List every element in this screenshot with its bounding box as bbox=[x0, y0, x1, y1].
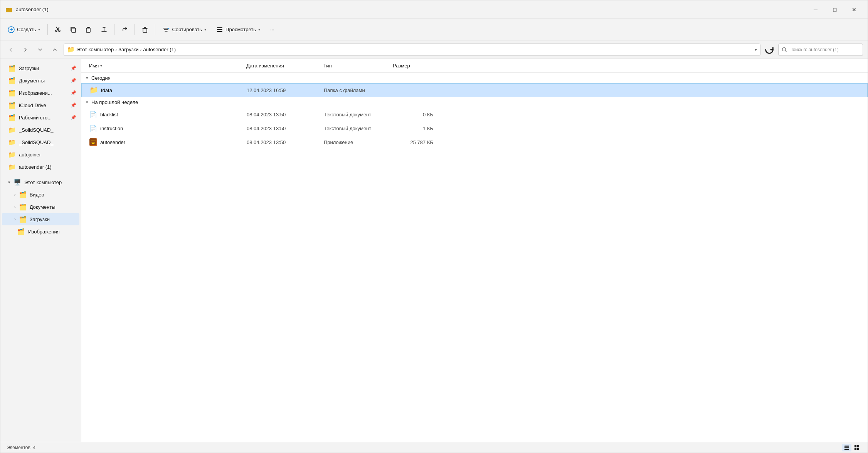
file-date-cell: 08.04.2023 13:50 bbox=[244, 112, 321, 117]
cut-button[interactable] bbox=[51, 23, 65, 37]
file-name: autosender bbox=[100, 139, 125, 145]
folder-icon: 🗂️ bbox=[8, 89, 16, 97]
table-row[interactable]: 📁 tdata 12.04.2023 16:59 Папка с файлами bbox=[81, 83, 868, 97]
copy-icon bbox=[70, 26, 77, 33]
more-label: ··· bbox=[270, 27, 274, 32]
sidebar-item-label: iCloud Drive bbox=[19, 102, 67, 108]
close-button[interactable]: ✕ bbox=[845, 3, 863, 16]
address-bar: 📁 Этот компьютер › Загрузки › autosender… bbox=[0, 40, 868, 59]
sidebar-item-desktop[interactable]: 🗂️ Рабочий сто... 📌 bbox=[2, 111, 79, 124]
path-chevron-icon: ▾ bbox=[755, 47, 757, 52]
pin-icon: 📌 bbox=[71, 65, 76, 71]
back-button[interactable] bbox=[5, 44, 17, 55]
refresh-button[interactable] bbox=[764, 44, 775, 55]
create-icon bbox=[8, 26, 15, 33]
minimize-button[interactable]: ─ bbox=[807, 3, 824, 16]
sidebar-item-images[interactable]: 🗂️ Изображени... 📌 bbox=[2, 87, 79, 99]
address-path[interactable]: 📁 Этот компьютер › Загрузки › autosender… bbox=[64, 44, 760, 56]
share-button[interactable] bbox=[118, 23, 131, 37]
col-sort-icon: ▾ bbox=[100, 64, 102, 68]
folder-yellow-icon: 📁 bbox=[89, 86, 98, 94]
path-separator-2: › bbox=[140, 47, 142, 52]
rename-button[interactable] bbox=[97, 23, 111, 37]
sidebar-item-thispc[interactable]: ▾ 🖥️ Этот компьютер bbox=[2, 176, 79, 188]
file-name-cell: autosender bbox=[82, 138, 244, 146]
sort-button[interactable]: Сортировать ▾ bbox=[158, 23, 210, 36]
path-part-3: autosender (1) bbox=[143, 47, 176, 52]
table-row[interactable]: 📄 instruction 08.04.2023 13:50 Текстовый… bbox=[81, 121, 868, 135]
group-lastweek[interactable]: ▾ На прошлой неделе bbox=[81, 97, 868, 107]
toolbar-divider-1 bbox=[47, 24, 48, 35]
folder-blue-icon: 🗂️ bbox=[19, 203, 27, 211]
rename-icon bbox=[101, 26, 108, 33]
folder-blue-icon: 🗂️ bbox=[19, 191, 27, 198]
group-today[interactable]: ▾ Сегодня bbox=[81, 73, 868, 83]
svg-rect-17 bbox=[92, 143, 94, 144]
table-row[interactable]: autosender 08.04.2023 13:50 Приложение 2… bbox=[81, 135, 868, 149]
details-view-icon bbox=[844, 445, 849, 450]
sidebar-item-label: Изображения bbox=[28, 229, 76, 235]
group-chevron-icon: ▾ bbox=[86, 76, 88, 81]
sidebar-item-solidsquad2[interactable]: 📁 _SolidSQUAD_ bbox=[2, 136, 79, 148]
details-view-button[interactable] bbox=[842, 444, 851, 451]
view-icon bbox=[216, 26, 223, 33]
up-button[interactable] bbox=[49, 44, 61, 55]
create-button[interactable]: Создать ▾ bbox=[3, 23, 44, 36]
forward-button[interactable] bbox=[20, 44, 31, 55]
pin-icon: 📌 bbox=[71, 115, 76, 120]
sidebar-item-label: _SolidSQUAD_ bbox=[19, 139, 76, 145]
folder-icon: 🗂️ bbox=[8, 77, 16, 84]
sidebar-item-solidsquad1[interactable]: 📁 _SolidSQUAD_ bbox=[2, 124, 79, 136]
sidebar-item-label: Рабочий сто... bbox=[19, 115, 67, 121]
sidebar-item-documents2[interactable]: › 🗂️ Документы bbox=[2, 201, 79, 213]
copy-button[interactable] bbox=[66, 23, 80, 37]
file-size-cell: 25 787 КБ bbox=[390, 139, 436, 145]
sort-chevron-icon: ▾ bbox=[204, 27, 206, 32]
tiles-view-button[interactable] bbox=[852, 444, 861, 451]
more-button[interactable]: ··· bbox=[266, 24, 279, 35]
window: autosender (1) ─ □ ✕ Создать ▾ bbox=[0, 0, 868, 453]
sidebar-item-downloads[interactable]: 🗂️ Загрузки 📌 bbox=[2, 62, 79, 74]
search-placeholder: Поиск в: autosender (1) bbox=[789, 47, 839, 52]
file-type-cell: Приложение bbox=[321, 139, 390, 145]
toolbar-divider-3 bbox=[135, 24, 135, 35]
sidebar-item-documents[interactable]: 🗂️ Документы 📌 bbox=[2, 74, 79, 87]
column-header-name[interactable]: Имя ▾ bbox=[81, 59, 243, 72]
folder-yellow-icon: 📁 bbox=[8, 139, 16, 146]
column-header-type[interactable]: Тип bbox=[320, 59, 390, 72]
col-size-label: Размер bbox=[393, 63, 410, 69]
view-button[interactable]: Просмотреть ▾ bbox=[212, 23, 264, 36]
column-header-date[interactable]: Дата изменения bbox=[243, 59, 320, 72]
expand-icon: › bbox=[14, 205, 16, 209]
file-date-cell: 12.04.2023 16:59 bbox=[244, 87, 321, 93]
sidebar-item-autojoiner[interactable]: 📁 autojoiner bbox=[2, 148, 79, 161]
tiles-view-icon bbox=[854, 445, 860, 450]
maximize-button[interactable]: □ bbox=[826, 3, 844, 16]
search-box[interactable]: Поиск в: autosender (1) bbox=[778, 44, 863, 56]
refresh-icon bbox=[764, 44, 775, 55]
col-type-label: Тип bbox=[323, 63, 332, 69]
expand-path-button[interactable] bbox=[34, 44, 46, 55]
file-type-cell: Текстовый документ bbox=[321, 112, 390, 117]
pin-icon: 📌 bbox=[71, 90, 76, 96]
svg-rect-15 bbox=[91, 141, 96, 141]
file-date-cell: 08.04.2023 13:50 bbox=[244, 126, 321, 131]
path-part-1: Этот компьютер bbox=[76, 47, 114, 52]
folder-yellow-icon: 📁 bbox=[8, 151, 16, 158]
sidebar-item-downloads2[interactable]: › 🗂️ Загрузки bbox=[2, 213, 79, 225]
expand-icon: › bbox=[14, 217, 16, 221]
column-header-size[interactable]: Размер bbox=[390, 59, 436, 72]
sidebar-item-autosender1[interactable]: 📁 autosender (1) bbox=[2, 161, 79, 173]
paste-button[interactable] bbox=[82, 23, 96, 37]
svg-rect-6 bbox=[86, 28, 90, 32]
svg-rect-9 bbox=[217, 27, 222, 28]
sidebar-item-images2[interactable]: 🗂️ Изображения bbox=[2, 225, 79, 238]
toolbar-divider-4 bbox=[155, 24, 155, 35]
sidebar-item-icloud[interactable]: 🗂️ iCloud Drive 📌 bbox=[2, 99, 79, 111]
table-row[interactable]: 📄 blacklist 08.04.2023 13:50 Текстовый д… bbox=[81, 107, 868, 121]
create-label: Создать bbox=[17, 27, 36, 32]
view-buttons bbox=[842, 444, 861, 451]
delete-button[interactable] bbox=[138, 23, 152, 37]
pin-icon: 📌 bbox=[71, 78, 76, 83]
sidebar-item-video[interactable]: › 🗂️ Видео bbox=[2, 188, 79, 201]
